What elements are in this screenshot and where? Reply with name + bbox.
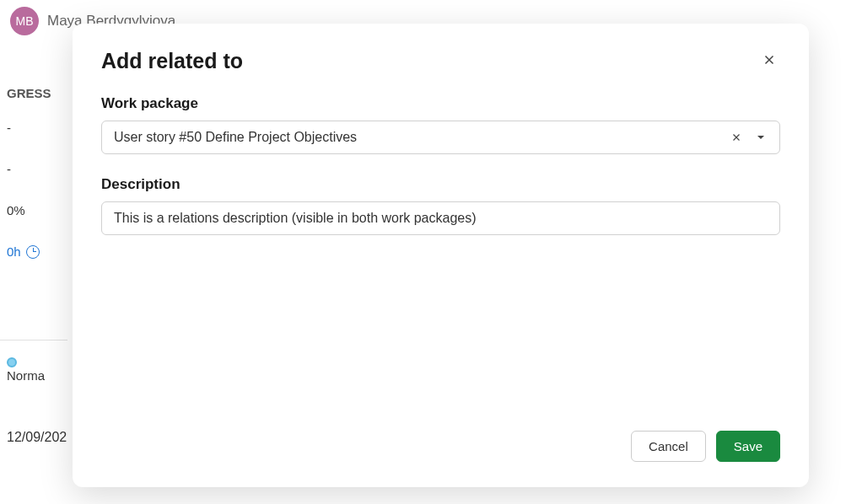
priority-label: Norma [7,368,45,383]
description-group: Description [101,176,780,235]
sidebar-percent: 0% [0,190,67,231]
modal-header: Add related to [101,49,780,73]
work-package-value: User story #50 Define Project Objectives [114,130,729,145]
clear-icon [730,131,742,143]
add-related-modal: Add related to Work package User story #… [73,24,809,487]
work-package-label: Work package [101,95,780,112]
close-icon [762,52,777,67]
chevron-down-icon [756,132,766,142]
save-button[interactable]: Save [716,431,780,462]
priority-dot-icon [7,357,17,367]
sidebar-label-progress: GRESS [0,79,67,107]
sidebar-date: 12/09/202 [0,396,67,458]
avatar-initials: MB [16,14,34,28]
select-icons [729,130,768,145]
clock-icon [26,245,40,259]
sidebar-hours: 0h [7,244,21,259]
sidebar-dash-1: - [0,107,67,148]
description-label: Description [101,176,780,193]
sidebar-dash-2: - [0,148,67,190]
close-button[interactable] [758,49,780,73]
work-package-select[interactable]: User story #50 Define Project Objectives [101,121,780,154]
avatar: MB [10,7,39,35]
work-package-group: Work package User story #50 Define Proje… [101,95,780,154]
clear-selection-button[interactable] [729,130,744,145]
sidebar-priority: Norma [0,340,67,396]
modal-title: Add related to [101,49,243,73]
cancel-button[interactable]: Cancel [631,431,706,462]
background-sidebar: GRESS - - 0% 0h Norma 12/09/202 [0,79,67,458]
description-input[interactable] [101,201,780,235]
modal-footer: Cancel Save [101,431,780,462]
sidebar-hours-link[interactable]: 0h [0,231,67,272]
dropdown-toggle-button[interactable] [754,131,768,144]
